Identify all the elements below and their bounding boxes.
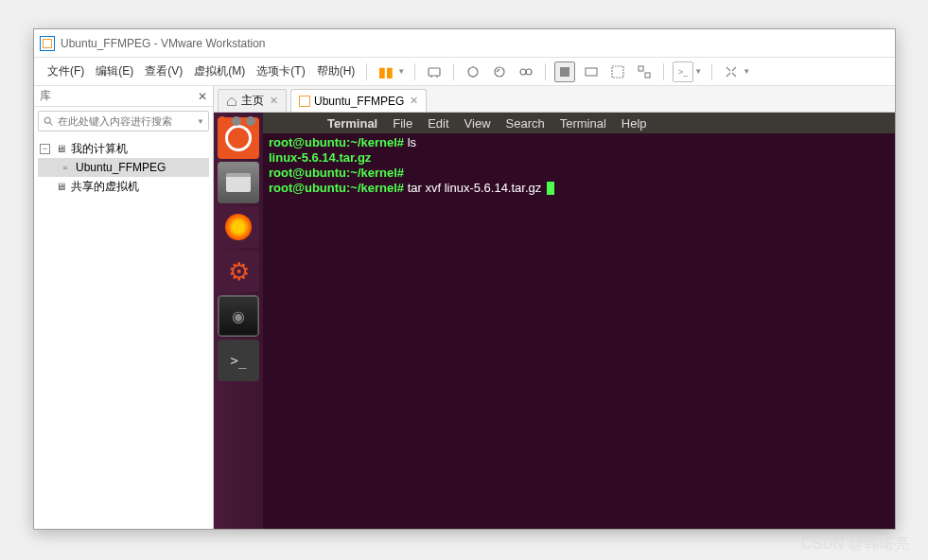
term-app-label: Terminal bbox=[320, 116, 385, 131]
tree-vm-ubuntu-ffmpeg[interactable]: ▫ Ubuntu_FFMPEG bbox=[38, 158, 209, 177]
title-bar[interactable]: Ubuntu_FFMPEG - VMware Workstation bbox=[34, 29, 895, 58]
svg-rect-10 bbox=[639, 66, 643, 71]
tree-my-computer[interactable]: − 🖥 我的计算机 bbox=[38, 139, 209, 158]
svg-rect-9 bbox=[612, 66, 623, 78]
content-area: 库 ✕ ▼ − 🖥 我的计算机 ▫ Ubuntu_FFMPEG bbox=[34, 86, 895, 529]
toolbar-divider bbox=[711, 63, 712, 80]
term-menu-edit[interactable]: Edit bbox=[420, 116, 456, 131]
tab-close-icon[interactable]: ✕ bbox=[410, 95, 418, 107]
search-input[interactable] bbox=[58, 115, 195, 127]
quick-switch-icon[interactable]: >_ bbox=[673, 61, 693, 82]
launcher-settings-icon[interactable] bbox=[218, 251, 259, 292]
menu-bar: 文件(F) 编辑(E) 查看(V) 虚拟机(M) 选项卡(T) 帮助(H) ▮▮… bbox=[34, 58, 895, 86]
terminal-menubar: Terminal File Edit View Search Terminal … bbox=[263, 113, 895, 133]
console-view-icon[interactable] bbox=[554, 61, 575, 82]
watermark: CSDN @韩曙亮 bbox=[801, 534, 909, 554]
terminal-line: root@ubuntu:~/kernel# tar xvf linux-5.6.… bbox=[269, 181, 889, 196]
shared-icon: 🖥 bbox=[54, 181, 67, 192]
maximize-window-icon[interactable] bbox=[246, 116, 255, 126]
menu-file[interactable]: 文件(F) bbox=[42, 63, 90, 79]
pause-dropdown[interactable]: ▼ bbox=[397, 67, 405, 76]
terminal-body[interactable]: root@ubuntu:~/kernel# ls linux-5.6.14.ta… bbox=[263, 133, 895, 529]
svg-text:>_: >_ bbox=[678, 67, 689, 77]
tree-label: 共享的虚拟机 bbox=[71, 179, 139, 195]
tab-label: Ubuntu_FFMPEG bbox=[314, 95, 404, 108]
menu-tabs[interactable]: 选项卡(T) bbox=[251, 63, 310, 79]
toolbar-divider bbox=[663, 63, 664, 80]
svg-point-4 bbox=[495, 67, 504, 77]
tree-collapse-icon[interactable]: − bbox=[40, 144, 50, 154]
launcher-files-icon[interactable] bbox=[218, 162, 259, 203]
toolbar-divider bbox=[366, 63, 367, 80]
library-sidebar: 库 ✕ ▼ − 🖥 我的计算机 ▫ Ubuntu_FFMPEG bbox=[34, 86, 214, 529]
seamless-icon[interactable] bbox=[634, 61, 655, 82]
gnome-terminal: Terminal File Edit View Search Terminal … bbox=[263, 113, 895, 529]
svg-rect-8 bbox=[586, 68, 597, 76]
terminal-line: linux-5.6.14.tar.gz bbox=[269, 150, 889, 166]
vm-icon bbox=[299, 96, 310, 107]
tree-label: 我的计算机 bbox=[71, 141, 128, 157]
svg-point-5 bbox=[520, 69, 526, 75]
launcher-archive-icon[interactable] bbox=[218, 295, 259, 337]
window-title: Ubuntu_FFMPEG - VMware Workstation bbox=[61, 37, 266, 50]
svg-point-3 bbox=[468, 67, 478, 77]
library-tree: − 🖥 我的计算机 ▫ Ubuntu_FFMPEG 🖥 共享的虚拟机 bbox=[34, 135, 213, 200]
term-menu-search[interactable]: Search bbox=[499, 116, 552, 131]
main-panel: 主页 ✕ Ubuntu_FFMPEG ✕ bbox=[214, 86, 895, 529]
menu-help[interactable]: 帮助(H) bbox=[311, 63, 361, 79]
tab-home[interactable]: 主页 ✕ bbox=[218, 89, 287, 112]
pause-button[interactable]: ▮▮ bbox=[376, 61, 396, 82]
close-window-icon[interactable] bbox=[218, 116, 227, 126]
svg-point-6 bbox=[526, 69, 532, 75]
tab-close-icon[interactable]: ✕ bbox=[270, 95, 278, 107]
tab-ubuntu-ffmpeg[interactable]: Ubuntu_FFMPEG ✕ bbox=[290, 89, 427, 112]
sidebar-title: 库 bbox=[40, 88, 51, 104]
svg-rect-0 bbox=[429, 68, 440, 76]
unity-icon[interactable] bbox=[581, 61, 602, 82]
unity-launcher bbox=[214, 113, 263, 529]
sidebar-header: 库 ✕ bbox=[34, 86, 213, 107]
sidebar-close-icon[interactable]: ✕ bbox=[198, 90, 207, 103]
home-icon bbox=[226, 96, 237, 107]
snapshot-revert-icon[interactable] bbox=[489, 61, 510, 82]
svg-point-13 bbox=[44, 117, 50, 123]
toolbar-divider bbox=[453, 63, 454, 80]
computer-icon: 🖥 bbox=[54, 143, 67, 154]
svg-rect-11 bbox=[645, 73, 650, 78]
menu-view[interactable]: 查看(V) bbox=[139, 63, 188, 79]
svg-line-14 bbox=[50, 123, 53, 126]
snapshot-icon[interactable] bbox=[463, 61, 483, 82]
term-menu-view[interactable]: View bbox=[457, 116, 499, 131]
fullscreen-icon[interactable] bbox=[607, 61, 628, 82]
vm-icon: ▫ bbox=[59, 162, 72, 173]
window-controls bbox=[218, 116, 255, 126]
sidebar-search[interactable]: ▼ bbox=[38, 111, 209, 131]
tree-shared-vms[interactable]: 🖥 共享的虚拟机 bbox=[38, 177, 209, 196]
stretch-icon[interactable] bbox=[721, 61, 742, 82]
send-ctrl-alt-del-icon[interactable] bbox=[424, 61, 445, 82]
launcher-firefox-icon[interactable] bbox=[218, 206, 259, 248]
terminal-line: root@ubuntu:~/kernel# bbox=[269, 166, 889, 181]
tab-strip: 主页 ✕ Ubuntu_FFMPEG ✕ bbox=[214, 86, 895, 113]
toolbar-divider bbox=[414, 63, 415, 80]
minimize-window-icon[interactable] bbox=[232, 116, 241, 126]
terminal-line: root@ubuntu:~/kernel# ls bbox=[269, 135, 889, 150]
menu-edit[interactable]: 编辑(E) bbox=[90, 63, 139, 79]
ubuntu-desktop: Terminal File Edit View Search Terminal … bbox=[214, 113, 895, 529]
term-menu-terminal[interactable]: Terminal bbox=[552, 116, 614, 131]
menu-vm[interactable]: 虚拟机(M) bbox=[188, 63, 251, 79]
vm-display[interactable]: Terminal File Edit View Search Terminal … bbox=[214, 113, 895, 529]
search-dropdown[interactable]: ▼ bbox=[197, 117, 204, 126]
snapshot-manager-icon[interactable] bbox=[516, 61, 536, 82]
term-menu-file[interactable]: File bbox=[385, 116, 420, 131]
svg-rect-7 bbox=[560, 67, 569, 77]
quick-switch-dropdown[interactable]: ▼ bbox=[694, 67, 702, 76]
tree-label: Ubuntu_FFMPEG bbox=[76, 161, 166, 174]
toolbar-divider bbox=[545, 63, 546, 80]
launcher-terminal-icon[interactable] bbox=[218, 340, 259, 381]
tab-label: 主页 bbox=[241, 93, 264, 109]
stretch-dropdown[interactable]: ▼ bbox=[743, 67, 750, 76]
vmware-window: Ubuntu_FFMPEG - VMware Workstation 文件(F)… bbox=[33, 28, 896, 530]
term-menu-help[interactable]: Help bbox=[614, 116, 655, 131]
search-icon bbox=[43, 115, 54, 127]
